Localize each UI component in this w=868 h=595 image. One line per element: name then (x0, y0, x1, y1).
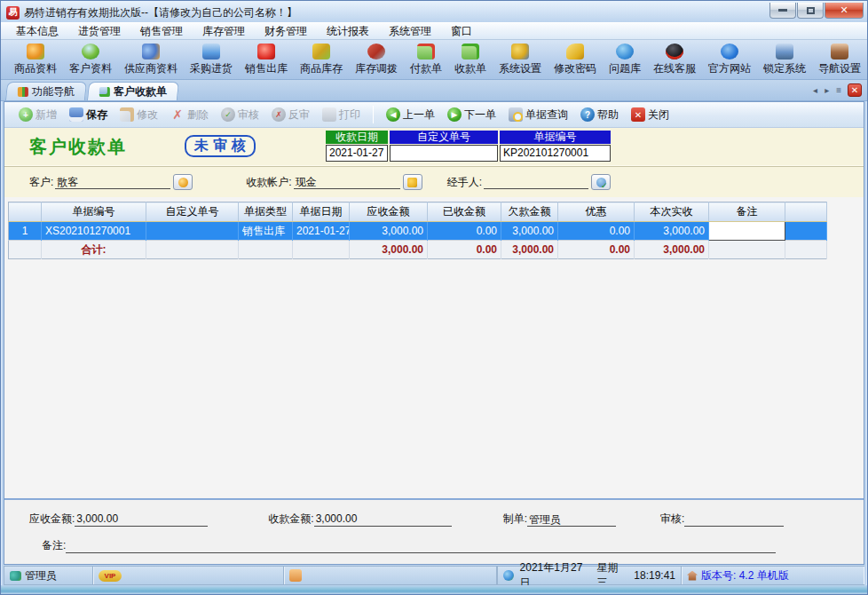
save-button[interactable]: 保存 (64, 106, 113, 124)
account-input[interactable]: 现金 (294, 175, 400, 189)
account-picker-button[interactable] (403, 174, 422, 190)
col-owed[interactable]: 欠款金额 (501, 202, 558, 222)
doc-tab-icon (99, 87, 110, 97)
edit-button[interactable]: 修改 (114, 106, 163, 124)
toolbar-stock[interactable]: 商品库存 (294, 42, 349, 78)
cell-remark-editor[interactable] (709, 222, 785, 241)
col-doc-date[interactable]: 单据日期 (293, 202, 350, 222)
current-user: 管理员 (25, 568, 57, 583)
menu-purchase-mgmt[interactable]: 进货管理 (68, 22, 130, 41)
doc-no-header: 单据编号 (500, 131, 611, 144)
cell-actual[interactable]: 3,000.00 (635, 222, 709, 241)
cell-receivable[interactable]: 3,000.00 (350, 222, 428, 241)
menu-system-mgmt[interactable]: 系统管理 (379, 22, 441, 41)
account-label: 收款帐户: (246, 175, 291, 190)
home-icon[interactable] (687, 571, 698, 581)
stock-box-icon (312, 44, 330, 60)
menu-window[interactable]: 窗口 (441, 22, 482, 41)
toolbar-lock[interactable]: 锁定系统 (757, 42, 812, 78)
handler-label: 经手人: (447, 175, 482, 190)
help-button[interactable]: ?帮助 (575, 106, 624, 124)
menu-inventory-mgmt[interactable]: 库存管理 (193, 22, 255, 41)
total-discount: 0.00 (558, 241, 635, 259)
toolbar-products[interactable]: 商品资料 (8, 42, 63, 78)
receipt-date-input[interactable]: 2021-01-27 (326, 145, 388, 162)
new-button[interactable]: +新增 (13, 106, 62, 124)
toolbar-purchase[interactable]: 采购进货 (184, 42, 239, 78)
total-owed: 3,000.00 (501, 241, 558, 259)
next-doc-button[interactable]: ▶下一单 (442, 106, 501, 124)
col-doc-no[interactable]: 单据编号 (42, 202, 146, 222)
menu-sales-mgmt[interactable]: 销售管理 (130, 22, 193, 41)
tab-scroll-left-icon[interactable]: ◂ (809, 85, 821, 95)
col-discount[interactable]: 优惠 (558, 202, 635, 222)
toolbar-receipt[interactable]: 收款单 (448, 42, 493, 78)
tab-scroll-right-icon[interactable]: ▸ (821, 85, 832, 95)
table-row[interactable]: 1 XS202101270001 销售出库 2021-01-27 3,000.0… (9, 222, 827, 241)
print-button[interactable]: 打印 (317, 106, 366, 124)
toolbar-online-service[interactable]: 在线客服 (647, 42, 702, 78)
maximize-button[interactable] (797, 3, 824, 19)
close-doc-button[interactable]: ✕关闭 (626, 106, 675, 124)
handler-picker-button[interactable] (591, 174, 611, 190)
toolbar-suppliers[interactable]: 供应商资料 (118, 42, 184, 78)
close-button[interactable]: ✕ (825, 3, 864, 19)
tab-nav-home[interactable]: 功能导航 (5, 82, 87, 100)
help-icon: ? (580, 107, 595, 122)
cell-doc-type[interactable]: 销售出库 (239, 222, 293, 241)
toolbar-faq[interactable]: 问题库 (603, 42, 647, 78)
toolbar-password[interactable]: 修改密码 (548, 42, 603, 78)
custom-no-input[interactable] (390, 145, 498, 162)
col-receivable[interactable]: 应收金额 (350, 202, 428, 222)
footer-remark-input[interactable] (66, 539, 776, 553)
window-title: 易特进销存有效期批次版--【请修改为自己的公司名称！】 (24, 5, 769, 20)
prev-doc-button[interactable]: ◀上一单 (381, 106, 440, 124)
status-bar: 管理员 VIP 2021年1月27日 星期三 18:19:41 版本号: 4.2… (4, 566, 864, 585)
customer-input[interactable]: 散客 (55, 175, 170, 189)
col-custom-no[interactable]: 自定义单号 (146, 202, 239, 222)
assistant-icon[interactable] (289, 569, 302, 582)
col-remark[interactable]: 备注 (709, 202, 785, 222)
unaudit-button[interactable]: 反审 (266, 106, 315, 124)
maximize-icon (807, 7, 815, 14)
query-button[interactable]: 单据查询 (503, 106, 573, 124)
form-title: 客户收款单 (29, 135, 127, 159)
toolbar-settings[interactable]: 系统设置 (493, 42, 548, 78)
cell-custom-no[interactable] (146, 222, 239, 241)
cell-doc-date[interactable]: 2021-01-27 (293, 222, 350, 241)
menu-finance-mgmt[interactable]: 财务管理 (255, 22, 317, 41)
customer-picker-button[interactable] (173, 174, 193, 190)
version-text: 版本号: 4.2 单机版 (701, 568, 789, 583)
total-actual: 3,000.00 (635, 241, 709, 259)
toolbar-nav-settings[interactable]: 导航设置 (812, 42, 867, 78)
footer-receivable-value[interactable]: 3,000.00 (75, 512, 208, 527)
tab-customer-receipt[interactable]: 客户收款单 (87, 82, 179, 100)
col-actual[interactable]: 本次实收 (635, 202, 709, 222)
toolbar-transfer[interactable]: 库存调拨 (349, 42, 404, 78)
tab-close-button[interactable]: ✕ (848, 83, 862, 97)
menu-reports[interactable]: 统计报表 (317, 22, 379, 41)
cell-doc-no[interactable]: XS202101270001 (42, 222, 146, 241)
menu-bar: 基本信息 进货管理 销售管理 库存管理 财务管理 统计报表 系统管理 窗口 (1, 22, 867, 40)
tab-list-icon[interactable]: ≡ (832, 85, 845, 95)
col-doc-type[interactable]: 单据类型 (239, 202, 293, 222)
cell-owed[interactable]: 3,000.00 (501, 222, 558, 241)
toolbar-website[interactable]: 官方网站 (702, 42, 757, 78)
statusbar-vip: VIP (93, 567, 284, 584)
toolbar-customers[interactable]: 客户资料 (63, 42, 118, 78)
col-received[interactable]: 已收金额 (428, 202, 501, 222)
statusbar-user: 管理员 (4, 567, 93, 584)
delete-button[interactable]: ✗删除 (165, 106, 214, 124)
cell-received[interactable]: 0.00 (428, 222, 501, 241)
documents-table: 单据编号 自定义单号 单据类型 单据日期 应收金额 已收金额 欠款金额 优惠 本… (8, 202, 827, 259)
audit-button[interactable]: 审核 (216, 106, 264, 124)
doc-no-input[interactable]: KP202101270001 (500, 145, 611, 162)
handler-input[interactable] (484, 175, 588, 189)
col-rownum[interactable] (9, 202, 42, 222)
minimize-button[interactable] (769, 3, 796, 19)
menu-basic-info[interactable]: 基本信息 (6, 22, 68, 41)
cell-discount[interactable]: 0.00 (558, 222, 635, 241)
toolbar-payment[interactable]: 付款单 (404, 42, 448, 78)
footer-received-value[interactable]: 3,000.00 (314, 512, 452, 527)
toolbar-sales-out[interactable]: 销售出库 (239, 42, 294, 78)
